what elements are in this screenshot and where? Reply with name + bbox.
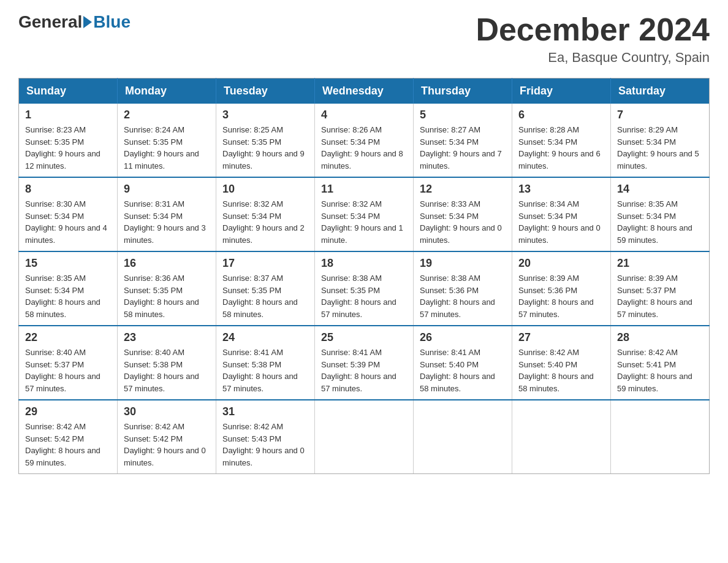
calendar-day-cell bbox=[414, 400, 512, 474]
calendar-day-cell: 13Sunrise: 8:34 AMSunset: 5:34 PMDayligh… bbox=[512, 177, 611, 251]
day-number: 3 bbox=[222, 109, 308, 121]
day-info: Sunrise: 8:35 AMSunset: 5:34 PMDaylight:… bbox=[617, 198, 703, 246]
logo: General Blue bbox=[18, 12, 131, 32]
day-number: 8 bbox=[25, 183, 111, 196]
day-info: Sunrise: 8:29 AMSunset: 5:34 PMDaylight:… bbox=[617, 124, 703, 172]
page-header: General Blue December 2024 Ea, Basque Co… bbox=[18, 12, 710, 66]
month-title: December 2024 bbox=[476, 12, 710, 47]
day-info: Sunrise: 8:42 AMSunset: 5:40 PMDaylight:… bbox=[518, 347, 604, 394]
day-number: 25 bbox=[321, 331, 407, 344]
calendar-day-cell: 16Sunrise: 8:36 AMSunset: 5:35 PMDayligh… bbox=[118, 251, 216, 326]
day-number: 6 bbox=[518, 109, 604, 121]
calendar-day-cell: 29Sunrise: 8:42 AMSunset: 5:42 PMDayligh… bbox=[19, 400, 118, 474]
day-info: Sunrise: 8:38 AMSunset: 5:36 PMDaylight:… bbox=[420, 272, 506, 320]
day-info: Sunrise: 8:24 AMSunset: 5:35 PMDaylight:… bbox=[124, 124, 210, 172]
location: Ea, Basque Country, Spain bbox=[476, 50, 710, 66]
calendar-day-cell: 31Sunrise: 8:42 AMSunset: 5:43 PMDayligh… bbox=[216, 400, 315, 474]
calendar-day-cell: 27Sunrise: 8:42 AMSunset: 5:40 PMDayligh… bbox=[512, 326, 611, 400]
day-number: 7 bbox=[617, 109, 703, 121]
calendar-header: SundayMondayTuesdayWednesdayThursdayFrid… bbox=[19, 79, 710, 104]
day-of-week-header: Tuesday bbox=[216, 79, 315, 104]
calendar-day-cell: 4Sunrise: 8:26 AMSunset: 5:34 PMDaylight… bbox=[315, 104, 414, 177]
day-number: 4 bbox=[321, 109, 407, 121]
day-number: 28 bbox=[617, 331, 703, 344]
day-number: 5 bbox=[420, 109, 506, 121]
calendar-day-cell bbox=[611, 400, 710, 474]
calendar-day-cell: 24Sunrise: 8:41 AMSunset: 5:38 PMDayligh… bbox=[216, 326, 315, 400]
calendar-day-cell: 8Sunrise: 8:30 AMSunset: 5:34 PMDaylight… bbox=[19, 177, 118, 251]
day-info: Sunrise: 8:33 AMSunset: 5:34 PMDaylight:… bbox=[420, 198, 506, 246]
day-info: Sunrise: 8:37 AMSunset: 5:35 PMDaylight:… bbox=[222, 272, 308, 320]
calendar-day-cell: 18Sunrise: 8:38 AMSunset: 5:35 PMDayligh… bbox=[315, 251, 414, 326]
day-info: Sunrise: 8:32 AMSunset: 5:34 PMDaylight:… bbox=[321, 198, 407, 246]
day-number: 20 bbox=[518, 257, 604, 270]
day-number: 2 bbox=[124, 109, 210, 121]
day-of-week-header: Monday bbox=[118, 79, 216, 104]
day-info: Sunrise: 8:36 AMSunset: 5:35 PMDaylight:… bbox=[124, 272, 210, 320]
logo-blue-text: Blue bbox=[93, 12, 131, 32]
calendar-day-cell: 7Sunrise: 8:29 AMSunset: 5:34 PMDaylight… bbox=[611, 104, 710, 177]
day-info: Sunrise: 8:41 AMSunset: 5:40 PMDaylight:… bbox=[420, 347, 506, 394]
calendar-day-cell: 2Sunrise: 8:24 AMSunset: 5:35 PMDaylight… bbox=[118, 104, 216, 177]
calendar-day-cell: 11Sunrise: 8:32 AMSunset: 5:34 PMDayligh… bbox=[315, 177, 414, 251]
day-info: Sunrise: 8:40 AMSunset: 5:37 PMDaylight:… bbox=[25, 347, 111, 394]
day-number: 22 bbox=[25, 331, 111, 344]
day-info: Sunrise: 8:25 AMSunset: 5:35 PMDaylight:… bbox=[222, 124, 308, 172]
day-info: Sunrise: 8:34 AMSunset: 5:34 PMDaylight:… bbox=[518, 198, 604, 246]
calendar-day-cell: 1Sunrise: 8:23 AMSunset: 5:35 PMDaylight… bbox=[19, 104, 118, 177]
day-info: Sunrise: 8:31 AMSunset: 5:34 PMDaylight:… bbox=[124, 198, 210, 246]
calendar-day-cell: 17Sunrise: 8:37 AMSunset: 5:35 PMDayligh… bbox=[216, 251, 315, 326]
day-info: Sunrise: 8:23 AMSunset: 5:35 PMDaylight:… bbox=[25, 124, 111, 172]
day-number: 10 bbox=[222, 183, 308, 196]
calendar-day-cell: 15Sunrise: 8:35 AMSunset: 5:34 PMDayligh… bbox=[19, 251, 118, 326]
calendar-day-cell: 3Sunrise: 8:25 AMSunset: 5:35 PMDaylight… bbox=[216, 104, 315, 177]
header-row: SundayMondayTuesdayWednesdayThursdayFrid… bbox=[19, 79, 710, 104]
day-number: 31 bbox=[222, 405, 308, 418]
calendar-day-cell: 28Sunrise: 8:42 AMSunset: 5:41 PMDayligh… bbox=[611, 326, 710, 400]
calendar-week-row: 1Sunrise: 8:23 AMSunset: 5:35 PMDaylight… bbox=[19, 104, 710, 177]
day-number: 11 bbox=[321, 183, 407, 196]
calendar-day-cell bbox=[512, 400, 611, 474]
day-number: 13 bbox=[518, 183, 604, 196]
day-number: 12 bbox=[420, 183, 506, 196]
day-info: Sunrise: 8:35 AMSunset: 5:34 PMDaylight:… bbox=[25, 272, 111, 320]
calendar-day-cell: 5Sunrise: 8:27 AMSunset: 5:34 PMDaylight… bbox=[414, 104, 512, 177]
day-info: Sunrise: 8:39 AMSunset: 5:36 PMDaylight:… bbox=[518, 272, 604, 320]
calendar-day-cell: 23Sunrise: 8:40 AMSunset: 5:38 PMDayligh… bbox=[118, 326, 216, 400]
day-info: Sunrise: 8:41 AMSunset: 5:38 PMDaylight:… bbox=[222, 347, 308, 394]
calendar-day-cell: 14Sunrise: 8:35 AMSunset: 5:34 PMDayligh… bbox=[611, 177, 710, 251]
calendar-week-row: 15Sunrise: 8:35 AMSunset: 5:34 PMDayligh… bbox=[19, 251, 710, 326]
day-info: Sunrise: 8:26 AMSunset: 5:34 PMDaylight:… bbox=[321, 124, 407, 172]
day-info: Sunrise: 8:38 AMSunset: 5:35 PMDaylight:… bbox=[321, 272, 407, 320]
calendar-day-cell: 21Sunrise: 8:39 AMSunset: 5:37 PMDayligh… bbox=[611, 251, 710, 326]
day-of-week-header: Thursday bbox=[414, 79, 512, 104]
day-info: Sunrise: 8:40 AMSunset: 5:38 PMDaylight:… bbox=[124, 347, 210, 394]
day-info: Sunrise: 8:32 AMSunset: 5:34 PMDaylight:… bbox=[222, 198, 308, 246]
logo-general-text: General bbox=[18, 12, 82, 32]
day-number: 15 bbox=[25, 257, 111, 270]
calendar-table: SundayMondayTuesdayWednesdayThursdayFrid… bbox=[18, 78, 710, 474]
day-number: 16 bbox=[124, 257, 210, 270]
calendar-day-cell: 26Sunrise: 8:41 AMSunset: 5:40 PMDayligh… bbox=[414, 326, 512, 400]
day-info: Sunrise: 8:39 AMSunset: 5:37 PMDaylight:… bbox=[617, 272, 703, 320]
calendar-week-row: 8Sunrise: 8:30 AMSunset: 5:34 PMDaylight… bbox=[19, 177, 710, 251]
day-info: Sunrise: 8:42 AMSunset: 5:42 PMDaylight:… bbox=[25, 421, 111, 469]
day-number: 9 bbox=[124, 183, 210, 196]
day-number: 14 bbox=[617, 183, 703, 196]
day-info: Sunrise: 8:42 AMSunset: 5:41 PMDaylight:… bbox=[617, 347, 703, 394]
calendar-day-cell: 6Sunrise: 8:28 AMSunset: 5:34 PMDaylight… bbox=[512, 104, 611, 177]
day-number: 1 bbox=[25, 109, 111, 121]
calendar-day-cell: 12Sunrise: 8:33 AMSunset: 5:34 PMDayligh… bbox=[414, 177, 512, 251]
day-number: 21 bbox=[617, 257, 703, 270]
logo-arrow-icon bbox=[83, 16, 92, 28]
calendar-day-cell: 30Sunrise: 8:42 AMSunset: 5:42 PMDayligh… bbox=[118, 400, 216, 474]
day-info: Sunrise: 8:42 AMSunset: 5:43 PMDaylight:… bbox=[222, 421, 308, 469]
day-number: 27 bbox=[518, 331, 604, 344]
day-info: Sunrise: 8:30 AMSunset: 5:34 PMDaylight:… bbox=[25, 198, 111, 246]
day-of-week-header: Sunday bbox=[19, 79, 118, 104]
day-of-week-header: Saturday bbox=[611, 79, 710, 104]
calendar-day-cell: 10Sunrise: 8:32 AMSunset: 5:34 PMDayligh… bbox=[216, 177, 315, 251]
calendar-day-cell: 19Sunrise: 8:38 AMSunset: 5:36 PMDayligh… bbox=[414, 251, 512, 326]
day-info: Sunrise: 8:28 AMSunset: 5:34 PMDaylight:… bbox=[518, 124, 604, 172]
day-info: Sunrise: 8:27 AMSunset: 5:34 PMDaylight:… bbox=[420, 124, 506, 172]
